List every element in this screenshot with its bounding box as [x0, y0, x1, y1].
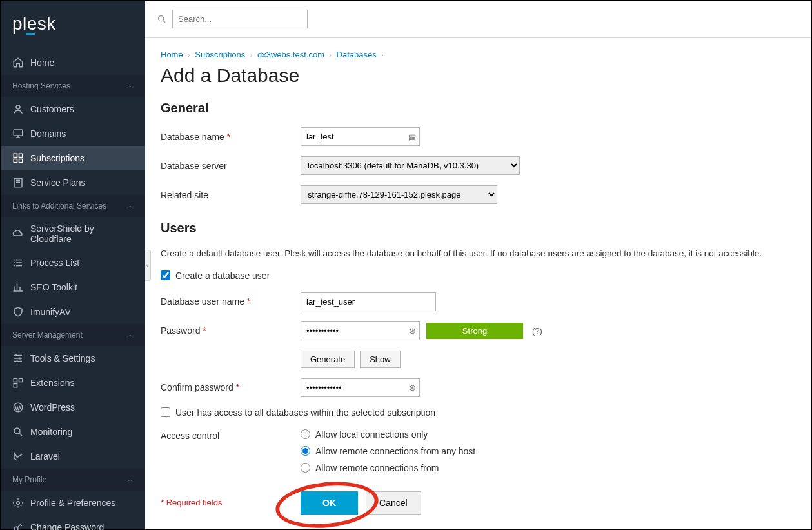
nav-section-profile[interactable]: My Profile ︿ — [1, 469, 145, 491]
svg-point-12 — [17, 502, 20, 505]
nav-extensions[interactable]: Extensions — [1, 371, 145, 395]
breadcrumb-subscriptions[interactable]: Subscriptions — [195, 50, 245, 59]
user-icon — [12, 103, 24, 115]
nav-servershield[interactable]: ServerShield by Cloudflare — [1, 217, 145, 250]
page-title: Add a Database — [161, 65, 796, 87]
db-name-field[interactable] — [301, 127, 420, 146]
nav-label: Monitoring — [30, 427, 72, 437]
password-strength-badge: Strong — [426, 323, 523, 339]
required-note: * Required fields — [161, 498, 301, 507]
access-all-checkbox[interactable] — [161, 407, 170, 417]
nav-section-label: Hosting Services — [12, 81, 70, 90]
confirm-password-label: Confirm password * — [161, 382, 301, 392]
wordpress-icon — [12, 402, 24, 413]
logo-area: plesk — [1, 1, 145, 50]
laravel-icon — [12, 451, 24, 462]
nav-label: Laravel — [30, 451, 60, 462]
nav-domains[interactable]: Domains — [1, 121, 145, 146]
nav-change-password[interactable]: Change Password — [1, 515, 145, 530]
password-hint[interactable]: (?) — [532, 326, 542, 336]
shield-icon — [12, 306, 24, 318]
nav-label: Extensions — [30, 378, 74, 388]
nav-wordpress[interactable]: WordPress — [1, 395, 145, 420]
db-name-label: Database name * — [161, 132, 301, 142]
db-user-field[interactable] — [301, 292, 436, 311]
svg-point-13 — [14, 527, 18, 530]
nav-label: Home — [30, 57, 54, 68]
nav-label: Process List — [30, 258, 79, 268]
generate-button[interactable]: Generate — [301, 351, 355, 368]
radio-local-label: Allow local connections only — [315, 429, 428, 440]
main-content: ‹ Home › Subscriptions › dx3webs.test.co… — [145, 1, 811, 529]
related-site-label: Related site — [161, 190, 301, 200]
confirm-password-field[interactable] — [301, 378, 420, 397]
book-icon — [12, 177, 24, 189]
nav-tools-settings[interactable]: Tools & Settings — [1, 346, 145, 371]
create-user-label: Create a database user — [175, 270, 270, 281]
nav-label: Change Password — [30, 522, 104, 530]
breadcrumb-home[interactable]: Home — [161, 50, 183, 59]
svg-rect-8 — [19, 378, 23, 382]
svg-rect-5 — [19, 159, 23, 163]
monitor-icon — [12, 128, 24, 139]
sidebar: plesk Home Hosting Services ︿ Customers … — [1, 1, 145, 529]
breadcrumb: Home › Subscriptions › dx3webs.test.com … — [161, 50, 796, 59]
cancel-button[interactable]: Cancel — [366, 491, 421, 515]
svg-rect-2 — [14, 154, 17, 157]
radio-from[interactable] — [301, 463, 310, 473]
access-control-label: Access control — [161, 429, 301, 441]
nav-label: WordPress — [30, 402, 75, 413]
chevron-right-icon: › — [381, 52, 383, 59]
breadcrumb-databases[interactable]: Databases — [337, 50, 377, 59]
nav-label: Profile & Preferences — [30, 498, 115, 508]
access-all-label: User has access to all databases within … — [175, 407, 435, 418]
nav-section-label: Links to Additional Services — [12, 201, 106, 210]
db-server-select[interactable]: localhost:3306 (default for MariaDB, v10… — [301, 156, 520, 175]
list-icon — [12, 257, 24, 269]
nav-label: Service Plans — [30, 178, 86, 188]
nav-process-list[interactable]: Process List — [1, 250, 145, 275]
chevron-up-icon: ︿ — [127, 331, 134, 340]
svg-rect-4 — [14, 159, 17, 163]
svg-rect-1 — [14, 130, 23, 136]
nav-section-server[interactable]: Server Management ︿ — [1, 324, 145, 346]
svg-rect-7 — [14, 378, 17, 382]
chevron-up-icon: ︿ — [127, 475, 134, 484]
cloud-icon — [12, 228, 24, 240]
users-description: Create a default database user. Plesk wi… — [161, 247, 796, 260]
search-input[interactable] — [172, 10, 308, 28]
password-field[interactable] — [301, 321, 420, 340]
search-icon — [157, 14, 167, 25]
nav-label: Domains — [30, 128, 66, 139]
ok-button[interactable]: OK — [301, 491, 358, 515]
nav-profile-preferences[interactable]: Profile & Preferences — [1, 491, 145, 515]
radio-local[interactable] — [301, 429, 310, 439]
nav-seo-toolkit[interactable]: SEO Toolkit — [1, 275, 145, 300]
nav-label: ServerShield by Cloudflare — [30, 223, 134, 244]
nav-label: ImunifyAV — [30, 307, 71, 317]
nav-subscriptions[interactable]: Subscriptions — [1, 146, 145, 170]
svg-point-11 — [14, 428, 20, 434]
nav-label: Subscriptions — [30, 153, 84, 163]
svg-rect-3 — [19, 154, 23, 157]
radio-any-label: Allow remote connections from any host — [315, 446, 475, 456]
related-site-select[interactable]: strange-diffie.78-129-161-152.plesk.page — [301, 185, 497, 204]
breadcrumb-domain[interactable]: dx3webs.test.com — [257, 50, 324, 59]
create-user-checkbox[interactable] — [161, 270, 170, 280]
radio-any-host[interactable] — [301, 446, 310, 456]
sidebar-collapse-handle[interactable]: ‹ — [145, 250, 151, 281]
nav-home[interactable]: Home — [1, 50, 145, 75]
chevron-up-icon: ︿ — [127, 201, 134, 210]
nav-laravel[interactable]: Laravel — [1, 444, 145, 469]
nav-imunifyav[interactable]: ImunifyAV — [1, 300, 145, 324]
nav-customers[interactable]: Customers — [1, 97, 145, 121]
show-button[interactable]: Show — [360, 351, 401, 368]
nav-monitoring[interactable]: Monitoring — [1, 420, 145, 444]
nav-section-links[interactable]: Links to Additional Services ︿ — [1, 195, 145, 217]
nav-section-hosting[interactable]: Hosting Services ︿ — [1, 75, 145, 97]
db-user-label: Database user name * — [161, 296, 301, 307]
chevron-right-icon: › — [330, 52, 332, 59]
svg-point-14 — [159, 15, 164, 21]
sliders-icon — [12, 352, 24, 364]
nav-service-plans[interactable]: Service Plans — [1, 170, 145, 195]
